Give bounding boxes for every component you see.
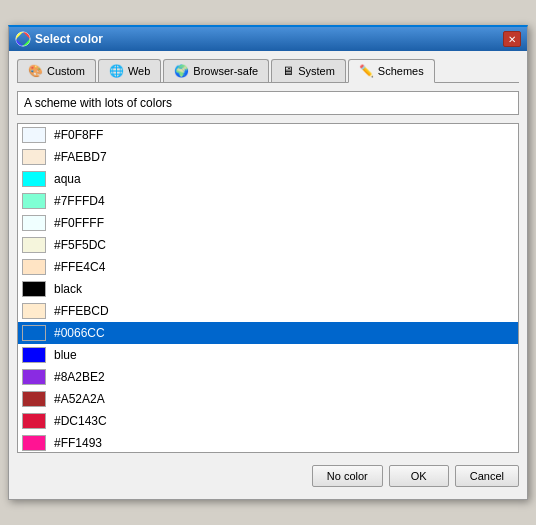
cancel-button[interactable]: Cancel <box>455 465 519 487</box>
system-tab-icon: 🖥 <box>282 64 294 78</box>
scheme-dropdown-container: A scheme with lots of colors <box>17 91 519 115</box>
color-swatch <box>22 391 46 407</box>
color-swatch <box>22 281 46 297</box>
color-row[interactable]: #7FFFD4 <box>18 190 518 212</box>
color-label: #FF1493 <box>54 436 102 450</box>
color-swatch <box>22 215 46 231</box>
color-row[interactable]: blue <box>18 344 518 366</box>
color-label: blue <box>54 348 77 362</box>
color-label: #DC143C <box>54 414 107 428</box>
color-label: #F5F5DC <box>54 238 106 252</box>
dropdown-wrapper: A scheme with lots of colors <box>17 91 519 115</box>
window-title: Select color <box>35 32 103 46</box>
web-tab-icon: 🌐 <box>109 64 124 78</box>
color-swatch <box>22 369 46 385</box>
title-bar-left: Select color <box>15 31 103 47</box>
color-wheel-icon <box>15 31 31 47</box>
browser-safe-tab-label: Browser-safe <box>193 65 258 77</box>
color-swatch <box>22 127 46 143</box>
color-row[interactable]: #F0FFFF <box>18 212 518 234</box>
tab-custom[interactable]: 🎨Custom <box>17 59 96 82</box>
bottom-buttons: No color OK Cancel <box>17 461 519 491</box>
dialog-content: 🎨Custom🌐Web🌍Browser-safe🖥System✏️Schemes… <box>9 51 527 499</box>
color-swatch <box>22 193 46 209</box>
color-swatch <box>22 413 46 429</box>
select-color-dialog: Select color ✕ 🎨Custom🌐Web🌍Browser-safe🖥… <box>8 25 528 500</box>
color-row[interactable]: aqua <box>18 168 518 190</box>
custom-tab-label: Custom <box>47 65 85 77</box>
color-label: #A52A2A <box>54 392 105 406</box>
color-swatch <box>22 171 46 187</box>
color-swatch <box>22 149 46 165</box>
color-label: #8A2BE2 <box>54 370 105 384</box>
tab-schemes[interactable]: ✏️Schemes <box>348 59 435 83</box>
tab-web[interactable]: 🌐Web <box>98 59 161 82</box>
color-label: #FFE4C4 <box>54 260 105 274</box>
web-tab-label: Web <box>128 65 150 77</box>
tab-bar: 🎨Custom🌐Web🌍Browser-safe🖥System✏️Schemes <box>17 59 519 83</box>
scheme-select[interactable]: A scheme with lots of colors <box>17 91 519 115</box>
color-swatch <box>22 435 46 451</box>
color-label: aqua <box>54 172 81 186</box>
color-swatch <box>22 347 46 363</box>
color-row[interactable]: #F5F5DC <box>18 234 518 256</box>
tab-system[interactable]: 🖥System <box>271 59 346 82</box>
color-swatch <box>22 237 46 253</box>
color-row[interactable]: #DC143C <box>18 410 518 432</box>
title-bar: Select color ✕ <box>9 27 527 51</box>
system-tab-label: System <box>298 65 335 77</box>
schemes-tab-label: Schemes <box>378 65 424 77</box>
color-label: #7FFFD4 <box>54 194 105 208</box>
schemes-tab-icon: ✏️ <box>359 64 374 78</box>
color-row[interactable]: #FFEBCD <box>18 300 518 322</box>
color-row[interactable]: #F0F8FF <box>18 124 518 146</box>
tab-browser-safe[interactable]: 🌍Browser-safe <box>163 59 269 82</box>
color-row[interactable]: #FF1493 <box>18 432 518 453</box>
color-label: #0066CC <box>54 326 105 340</box>
color-label: black <box>54 282 82 296</box>
ok-button[interactable]: OK <box>389 465 449 487</box>
color-row[interactable]: black <box>18 278 518 300</box>
close-button[interactable]: ✕ <box>503 31 521 47</box>
color-swatch <box>22 303 46 319</box>
color-swatch <box>22 325 46 341</box>
color-list: #F0F8FF#FAEBD7aqua#7FFFD4#F0FFFF#F5F5DC#… <box>17 123 519 453</box>
color-label: #FAEBD7 <box>54 150 107 164</box>
color-row[interactable]: #8A2BE2 <box>18 366 518 388</box>
color-label: #F0F8FF <box>54 128 103 142</box>
color-swatch <box>22 259 46 275</box>
custom-tab-icon: 🎨 <box>28 64 43 78</box>
color-row[interactable]: #FAEBD7 <box>18 146 518 168</box>
color-row[interactable]: #A52A2A <box>18 388 518 410</box>
color-label: #F0FFFF <box>54 216 104 230</box>
color-label: #FFEBCD <box>54 304 109 318</box>
color-row[interactable]: #FFE4C4 <box>18 256 518 278</box>
no-color-button[interactable]: No color <box>312 465 383 487</box>
color-row[interactable]: #0066CC <box>18 322 518 344</box>
browser-safe-tab-icon: 🌍 <box>174 64 189 78</box>
